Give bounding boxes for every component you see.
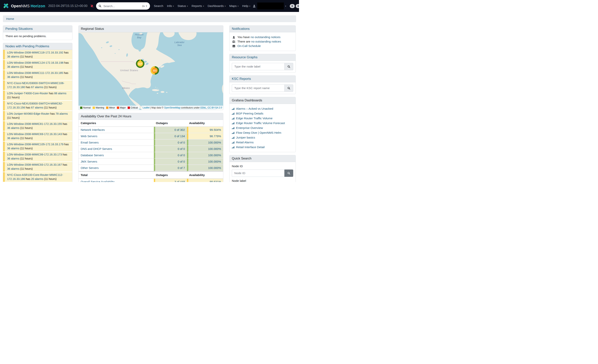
grafana-dashboard-link[interactable]: Retail Alarms	[236, 140, 254, 145]
grafana-dashboard-link[interactable]: Edge Router Traffic Volume	[236, 116, 273, 121]
attribution-link[interactable]: OpenStreetMap	[164, 106, 180, 109]
category-link[interactable]: JMX Servers	[81, 160, 97, 163]
alarm-count-link[interactable]: 36 alarms	[7, 126, 19, 129]
grafana-dashboard-link[interactable]: BGP Peering Details	[236, 111, 263, 116]
resource-graphs-title[interactable]: Resource Graphs	[232, 55, 257, 59]
menu-reports[interactable]: Reports▾	[191, 4, 204, 8]
resource-graphs-search-input[interactable]	[232, 63, 284, 70]
nodes-pending-problems-title[interactable]: Nodes with Pending Problems	[5, 44, 49, 48]
alarm-count-link[interactable]: 36 alarms	[7, 137, 19, 140]
search-input[interactable]	[103, 4, 141, 8]
ksc-reports-title[interactable]: KSC Reports	[232, 77, 251, 81]
menu-help[interactable]: Help▾	[242, 4, 250, 8]
breadcrumb-home-link[interactable]: Home	[6, 17, 14, 20]
availability-cell: 100.000%	[187, 139, 223, 146]
notifications-title[interactable]: Notifications	[232, 27, 250, 31]
node-link[interactable]: LON-Juniper-T4000-Core-Router	[7, 92, 48, 95]
quick-search-panel: Quick Search Node IDNode label	[229, 155, 296, 182]
svg-text:Sea: Sea	[177, 44, 182, 47]
username-redacted[interactable]	[257, 2, 284, 9]
chevron-down-icon: ▾	[285, 5, 286, 7]
category-link[interactable]: Email Servers	[81, 141, 99, 144]
node-link[interactable]: LON-Window-2008-MIMIC81-172.16.33.155	[7, 122, 62, 125]
alarm-count-link[interactable]: 36 alarms	[7, 157, 19, 160]
grafana-dashboards-panel: Grafana Dashboards Alarms – Acked vs Una…	[229, 97, 296, 152]
quick-search-field: Node label	[232, 179, 293, 182]
notices-off-indicator[interactable]	[90, 4, 94, 8]
menu-maps[interactable]: Maps▾	[229, 4, 239, 8]
category-link[interactable]: Network Interfaces	[81, 128, 105, 131]
alarm-count-link[interactable]: 88 alarms	[54, 92, 66, 95]
category-link[interactable]: Overall Service Availability	[81, 180, 115, 182]
alarm-count-link[interactable]: 78 alarms	[55, 112, 68, 115]
node-problem-item: LON-Juniper-MX960-Edge-Router has 78 ala…	[3, 111, 72, 121]
availability-row: Database Servers0 of 0100.000%	[79, 152, 223, 159]
field-label: Node ID	[232, 164, 293, 168]
alarm-count-link[interactable]: 36 alarms	[7, 167, 19, 170]
alarm-count-link[interactable]: 36 alarms	[7, 147, 19, 150]
map-cluster-marker-117[interactable]: 117	[136, 59, 144, 68]
availability-title: Availability Over the Past 24 Hours	[79, 113, 223, 120]
node-link[interactable]: LON-Window-2008-MIMIC105-172.16.33.179	[7, 143, 64, 146]
node-link[interactable]: LON-Window-2008-MIMIC111-172.16.33.185	[7, 71, 63, 74]
grafana-dashboard-link[interactable]: Enterprise Overview	[236, 126, 263, 130]
alarm-count-link[interactable]: 36 alarms	[7, 65, 19, 68]
alarm-count-link[interactable]: 67 alarms	[31, 106, 43, 109]
node-link[interactable]: LON-Window-2008-MIMIC99-172.16.33.173	[7, 153, 62, 156]
brand[interactable]: OpenNMSHorizon	[3, 3, 45, 9]
user-notices-badge[interactable]: 0	[290, 4, 295, 8]
category-link[interactable]: DNS and DHCP Servers	[81, 147, 112, 150]
menu-status[interactable]: Status▾	[177, 4, 188, 8]
pending-situations-title[interactable]: Pending Situations	[5, 27, 33, 31]
notification-link[interactable]: no outstanding notices	[250, 35, 280, 39]
signal-bars-icon	[232, 127, 234, 129]
menu-dashboards[interactable]: Dashboards▾	[208, 4, 226, 8]
category-link[interactable]: Other Servers	[81, 166, 99, 170]
all-notices-badge[interactable]: 0	[296, 4, 299, 8]
menu-info[interactable]: Info▾	[167, 4, 174, 8]
node-problem-item: LON-Window-2008-MIMIC124-172.16.33.198 h…	[3, 60, 72, 70]
notification-link[interactable]: On-Call Schedule	[237, 44, 261, 48]
col-availability: Availability	[187, 120, 223, 127]
menu-label: Status	[177, 4, 186, 8]
node-id-input[interactable]	[232, 170, 284, 177]
grafana-dashboard-link[interactable]: Flow Deep Dive | OpenNMS Helm	[236, 131, 281, 135]
grafana-dashboard-item: Retail Interface Detail	[232, 145, 293, 149]
notification-link[interactable]: no outstanding notices	[251, 40, 281, 43]
pending-situations-message: There are no pending problems.	[3, 32, 72, 40]
alarm-count-link[interactable]: 36 alarms	[7, 75, 19, 79]
resource-graphs-search-button[interactable]	[284, 63, 293, 70]
menu-search[interactable]: Search	[154, 4, 163, 8]
node-link[interactable]: LON-Window-2008-MIMIC69-172.16.33.143	[7, 133, 62, 136]
node-link[interactable]: LON-Window-2008-MIMIC93-172.16.33.167	[7, 163, 62, 166]
category-link[interactable]: Web Servers	[81, 135, 97, 138]
ksc-reports-search-input[interactable]	[232, 84, 284, 92]
legend-label: Critical	[131, 106, 138, 109]
legend-label: Warning	[96, 106, 104, 109]
legend-color-swatch	[80, 107, 83, 109]
ksc-reports-search-button[interactable]	[284, 84, 293, 92]
attribution-link[interactable]: Leaflet	[143, 106, 150, 109]
node-problem-item: LON-Juniper-T4000-Core-Router has 88 ala…	[3, 91, 72, 100]
node-id-search-button[interactable]	[284, 170, 293, 177]
grafana-dashboard-link[interactable]: Edge Router Traffic Volume Forecast	[236, 121, 285, 125]
grafana-dashboard-link[interactable]: Alarms – Acked vs Unacked	[236, 107, 273, 111]
node-link[interactable]: LON-Juniper-MX960-Edge-Router	[7, 112, 50, 115]
regional-status-map[interactable]: Hudson Bay Labrador Sea United States Mé…	[79, 32, 223, 110]
quick-search-body: Node IDNode label	[230, 162, 296, 182]
outages-cell: 0 of 134	[154, 133, 187, 139]
attribution-text: contributors under	[180, 106, 200, 109]
grafana-dashboard-link[interactable]: Retail Interface Detail	[236, 145, 265, 149]
notification-row: On-Call Schedule	[232, 44, 293, 48]
alarm-count-link[interactable]: 20 alarms	[31, 177, 43, 180]
attribution-link[interactable]: ODbL	[200, 106, 206, 109]
alarm-count-link[interactable]: 67 alarms	[31, 86, 43, 89]
alarm-count-link[interactable]: 36 alarms	[7, 55, 19, 58]
attribution-link[interactable]: CC BY-SA 2.0	[208, 106, 222, 109]
node-link[interactable]: LON-Window-2008-MIMIC118-172.16.33.192	[7, 51, 63, 54]
grafana-dashboard-link[interactable]: Juniper basics	[236, 136, 255, 140]
node-link[interactable]: LON-Window-2008-MIMIC124-172.16.33.198	[7, 61, 64, 64]
category-cell: Overall Service Availability	[79, 179, 154, 182]
category-link[interactable]: Database Servers	[81, 154, 104, 157]
map-cluster-marker-111[interactable]: 111	[150, 66, 159, 75]
